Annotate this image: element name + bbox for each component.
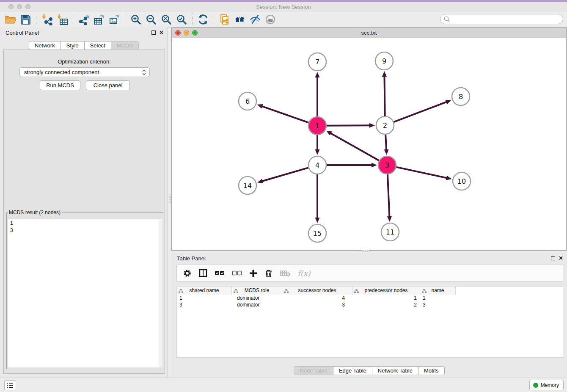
import-table-button[interactable] [55,12,70,27]
table-settings-button[interactable] [183,269,192,278]
node-label: 10 [457,177,466,185]
mcds-result-textarea[interactable]: 13 [8,219,162,367]
graph-node-7[interactable]: 7 [308,53,326,71]
column-header-predecessor-nodes[interactable]: predecessor nodes [352,287,420,295]
column-header-MCDS-role[interactable]: MCDS role [232,287,282,295]
zoom-out-button[interactable] [143,12,159,27]
graph-node-4[interactable]: 4 [308,156,326,174]
network-window-titlebar[interactable]: × − + scc.txt [172,28,566,38]
cell-MCDS-role[interactable]: dominator [232,301,282,308]
export-image-button[interactable] [107,12,122,27]
cell-predecessor-nodes[interactable]: 1 [352,295,420,301]
cell-shared-name[interactable]: 1 [177,295,232,301]
delete-table-button [280,270,290,277]
column-header-label: successor nodes [298,287,336,293]
graph-node-8[interactable]: 8 [452,88,470,105]
graph-edge-arrowhead [445,100,451,104]
graph-node-3[interactable]: 3 [378,156,396,174]
apply-layout-button[interactable] [195,12,211,27]
cell-successor-nodes[interactable]: 3 [282,301,352,308]
graph-node-11[interactable]: 11 [381,223,399,241]
open-session-button[interactable] [3,12,18,27]
graph-edge-2-3[interactable] [385,135,386,150]
graph-edge-4-14[interactable] [262,168,308,181]
search-box[interactable] [440,14,563,24]
hide-selected-button[interactable] [248,12,263,27]
column-header-shared-name[interactable]: shared name [177,287,232,295]
cell-shared-name[interactable]: 3 [177,301,232,308]
toolbar-separator [36,13,36,26]
export-network-button[interactable] [76,12,91,27]
close-panel-button[interactable]: Close panel [86,80,130,90]
splitter-handle-horizontal[interactable] [362,250,369,252]
tab-node-table[interactable]: Node Table [294,366,333,375]
network-canvas[interactable]: 1234678910111415 [172,38,566,250]
cell-successor-nodes[interactable]: 4 [282,295,352,301]
result-scrollbar[interactable] [159,219,162,367]
delete-table-icon-disabled [280,270,290,277]
column-header-name[interactable]: name [420,287,456,295]
tab-mcds[interactable]: MCDS [111,41,139,50]
float-panel-icon[interactable] [151,30,156,35]
graph-edge-2-8[interactable] [394,102,447,122]
graph-edge-3-1[interactable] [330,133,379,160]
close-panel-icon[interactable]: × [160,30,163,36]
graph-edge-3-10[interactable] [396,167,447,178]
run-mcds-button[interactable]: Run MCDS [40,80,80,90]
graph-node-2[interactable]: 2 [376,116,394,134]
delete-column-button[interactable] [264,269,273,278]
tab-edge-table[interactable]: Edge Table [333,366,372,375]
graph-node-9[interactable]: 9 [375,52,393,70]
search-input[interactable] [450,15,563,23]
zoom-fit-button[interactable] [159,12,174,27]
splitter-handle-vertical[interactable] [169,196,171,203]
new-network-from-selection-button[interactable] [217,12,232,27]
graph-node-15[interactable]: 15 [308,224,326,242]
export-table-button[interactable] [91,12,107,27]
graph-edge-2-9[interactable] [384,76,385,116]
first-neighbors-button[interactable] [232,12,248,27]
tab-motifs[interactable]: Motifs [418,366,445,375]
optimization-criterion-select[interactable]: strongly connected component [19,67,150,77]
close-table-panel-icon[interactable]: × [559,255,563,261]
add-column-button[interactable] [249,269,257,277]
sort-tree-icon [354,289,359,293]
cell-name[interactable]: 1 [420,295,456,301]
import-network-button[interactable] [39,12,55,27]
cell-MCDS-role[interactable]: dominator [232,295,282,301]
tab-network[interactable]: Network [29,41,61,50]
graph-edge-3-11[interactable] [388,174,389,217]
tab-network-table[interactable]: Network Table [372,366,418,375]
zoom-selected-button[interactable] [174,12,189,27]
graph-edge-1-6[interactable] [261,106,308,123]
graph-node-1[interactable]: 1 [308,117,326,135]
split-columns-button[interactable] [199,269,207,277]
column-header-label: shared name [189,287,219,293]
graph-node-6[interactable]: 6 [239,92,256,110]
show-eye-icon-disabled [264,14,276,25]
tab-select[interactable]: Select [84,41,111,50]
unselect-all-columns-button[interactable] [232,269,242,277]
column-header-label: predecessor nodes [364,287,407,293]
tab-style[interactable]: Style [61,41,85,50]
task-history-button[interactable] [4,380,16,390]
column-header-successor-nodes[interactable]: successor nodes [282,287,352,295]
graph-node-10[interactable]: 10 [453,172,471,190]
cell-name[interactable]: 3 [420,301,456,308]
select-all-columns-button[interactable] [215,269,225,277]
zoom-in-button[interactable] [128,12,143,27]
mcds-result-title: MCDS result (2 nodes) [8,210,62,215]
save-session-button[interactable] [18,12,33,27]
graph-node-14[interactable]: 14 [239,177,256,194]
table-row[interactable]: 1dominator411 [177,295,563,301]
sort-tree-icon [234,289,238,293]
cell-predecessor-nodes[interactable]: 2 [352,301,420,308]
graph-edge-1-2[interactable] [327,125,370,126]
graph-edge-arrowhead [257,104,263,108]
float-table-panel-icon[interactable] [551,256,555,260]
table-row[interactable]: 3dominator323 [177,301,563,308]
memory-button[interactable]: Memory [529,380,564,390]
node-label: 3 [385,161,389,169]
mcds-result-line: 3 [10,227,160,234]
graph-edge-arrowhead [372,163,377,168]
